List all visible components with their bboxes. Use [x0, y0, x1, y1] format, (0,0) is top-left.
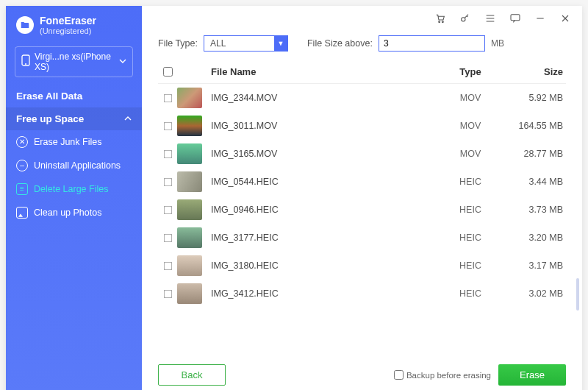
file-size: 3.20 MB — [500, 233, 566, 243]
main-panel: File Type: ALL ▼ File Size above: MB Fil… — [142, 6, 582, 390]
file-type-select[interactable]: ALL ▼ — [204, 35, 288, 52]
file-type: HEIC — [441, 288, 500, 299]
table-header: File Name Type Size — [158, 62, 566, 84]
row-checkbox[interactable] — [163, 233, 172, 242]
file-size-input[interactable] — [379, 35, 485, 52]
file-type: HEIC — [441, 260, 500, 271]
close-icon[interactable] — [559, 12, 572, 25]
file-size-unit: MB — [491, 38, 504, 49]
svg-point-1 — [25, 63, 26, 65]
svg-point-4 — [462, 18, 465, 21]
feedback-icon[interactable] — [509, 12, 522, 25]
file-size: 3.17 MB — [500, 260, 566, 271]
col-size: Size — [500, 66, 566, 77]
svg-point-3 — [442, 21, 443, 23]
dropdown-arrow-icon[interactable]: ▼ — [274, 36, 287, 51]
sidebar-item-junk-files[interactable]: ✕ Erase Junk Files — [6, 130, 142, 154]
file-name: IMG_3177.HEIC — [211, 233, 441, 243]
chevron-up-icon — [124, 113, 132, 124]
table-row[interactable]: IMG_3011.MOVMOV164.55 MB — [158, 112, 566, 140]
footer: Back Backup before erasing Erase — [158, 355, 566, 386]
files-icon: ≡ — [16, 183, 28, 195]
row-checkbox[interactable] — [163, 93, 172, 102]
table-row[interactable]: IMG_3165.MOVMOV28.77 MB — [158, 140, 566, 168]
table-row[interactable]: IMG_2344.MOVMOV5.92 MB — [158, 84, 566, 112]
file-type: MOV — [441, 149, 500, 159]
row-checkbox[interactable] — [163, 261, 172, 270]
brand: FoneEraser (Unregistered) — [6, 6, 142, 43]
file-name: IMG_3165.MOV — [211, 149, 441, 159]
thumbnail-icon — [177, 227, 202, 248]
brand-logo-icon — [16, 16, 34, 34]
file-list: IMG_2344.MOVMOV5.92 MBIMG_3011.MOVMOV164… — [158, 84, 566, 355]
sidebar-free-up-space[interactable]: Free up Space — [6, 107, 142, 130]
file-name: IMG_0946.HEIC — [211, 205, 441, 215]
file-name: IMG_2344.MOV — [211, 93, 441, 103]
table-row[interactable]: IMG_0946.HEICHEIC3.73 MB — [158, 196, 566, 224]
backup-before-erasing[interactable]: Backup before erasing — [394, 370, 491, 380]
file-name: IMG_0544.HEIC — [211, 177, 441, 187]
file-size: 3.02 MB — [500, 288, 566, 299]
backup-checkbox[interactable] — [394, 370, 404, 380]
svg-point-2 — [439, 21, 440, 23]
free-up-space-label: Free up Space — [16, 113, 84, 124]
photo-icon — [16, 207, 28, 219]
sidebar: FoneEraser (Unregistered) Virgi...ne xs(… — [6, 6, 142, 390]
select-all-checkbox[interactable] — [163, 67, 173, 77]
thumbnail-icon — [177, 171, 202, 192]
svg-rect-5 — [511, 15, 520, 21]
thumbnail-icon — [177, 116, 202, 136]
file-name: IMG_3180.HEIC — [211, 260, 441, 271]
thumbnail-icon — [177, 143, 202, 164]
device-selector[interactable]: Virgi...ne xs(iPhone XS) — [15, 46, 133, 77]
brand-subtitle: (Unregistered) — [40, 26, 96, 36]
file-type-label: File Type: — [158, 38, 198, 49]
table-row[interactable]: IMG_3412.HEICHEIC3.02 MB — [158, 280, 566, 308]
table-row[interactable]: IMG_3180.HEICHEIC3.17 MB — [158, 252, 566, 280]
titlebar-controls — [434, 12, 572, 25]
chevron-down-icon — [119, 57, 126, 67]
file-type: HEIC — [441, 205, 500, 215]
erase-button[interactable]: Erase — [498, 364, 566, 386]
file-type: MOV — [441, 93, 500, 103]
phone-icon — [21, 54, 30, 68]
table-row[interactable]: IMG_3177.HEICHEIC3.20 MB — [158, 224, 566, 252]
scrollbar-thumb[interactable] — [576, 278, 579, 311]
minimize-icon[interactable] — [534, 12, 547, 25]
sidebar-item-clean-photos[interactable]: Clean up Photos — [6, 201, 142, 224]
app-window: FoneEraser (Unregistered) Virgi...ne xs(… — [6, 6, 582, 390]
sidebar-erase-all[interactable]: Erase All Data — [6, 85, 142, 107]
row-checkbox[interactable] — [163, 121, 172, 130]
thumbnail-icon — [177, 88, 202, 108]
file-type: MOV — [441, 121, 500, 131]
back-button[interactable]: Back — [158, 364, 226, 386]
file-size: 5.92 MB — [500, 93, 566, 103]
sidebar-item-label: Clean up Photos — [34, 208, 101, 218]
file-size-label: File Size above: — [307, 38, 373, 49]
file-type: HEIC — [441, 177, 500, 187]
filter-bar: File Type: ALL ▼ File Size above: MB — [158, 35, 566, 52]
brand-title: FoneEraser — [40, 15, 96, 26]
file-size: 28.77 MB — [500, 149, 566, 159]
file-type-value: ALL — [204, 36, 274, 51]
table-row[interactable]: IMG_0544.HEICHEIC3.44 MB — [158, 168, 566, 196]
thumbnail-icon — [177, 255, 202, 276]
col-type: Type — [441, 66, 500, 77]
sidebar-item-label: Erase Junk Files — [34, 137, 101, 147]
sidebar-item-uninstall[interactable]: – Uninstall Applications — [6, 154, 142, 177]
row-checkbox[interactable] — [163, 205, 172, 214]
col-name: File Name — [211, 66, 441, 77]
file-size: 164.55 MB — [500, 121, 566, 131]
sidebar-item-large-files[interactable]: ≡ Delete Large Files — [6, 177, 142, 201]
menu-icon[interactable] — [484, 12, 497, 25]
row-checkbox[interactable] — [163, 289, 172, 298]
thumbnail-icon — [177, 199, 202, 220]
key-icon[interactable] — [459, 12, 472, 25]
row-checkbox[interactable] — [163, 177, 172, 186]
row-checkbox[interactable] — [163, 149, 172, 158]
device-name: Virgi...ne xs(iPhone XS) — [35, 52, 115, 72]
file-name: IMG_3011.MOV — [211, 121, 441, 131]
sidebar-item-label: Uninstall Applications — [34, 160, 121, 171]
cart-icon[interactable] — [434, 12, 447, 25]
uninstall-icon: – — [16, 160, 28, 171]
